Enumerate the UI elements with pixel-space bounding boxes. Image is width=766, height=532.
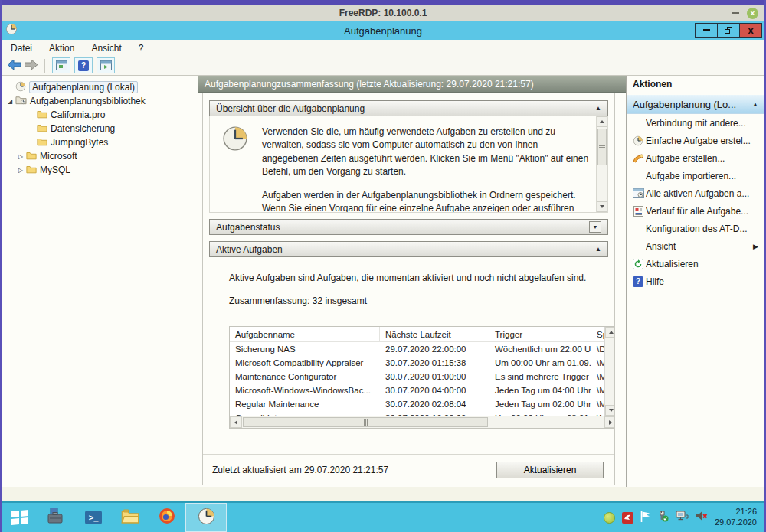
tree-folder-item[interactable]: California.pro [26, 108, 195, 122]
refresh-icon [630, 259, 646, 269]
tree-library-item[interactable]: ◢ Aufgabenplanungsbibliothek [5, 94, 195, 108]
active-tasks-section-header[interactable]: Aktive Aufgaben ▲ [209, 241, 608, 257]
table-row[interactable]: Regular Maintenance 30.07.2020 02:08:04 … [230, 397, 604, 411]
cell-next-runtime: 29.07.2020 22:00:00 [380, 342, 489, 356]
help-button[interactable]: ? [74, 57, 93, 73]
submenu-arrow-icon: ▶ [753, 243, 758, 250]
freerdp-title: FreeRDP: 10.100.0.1 [339, 8, 427, 18]
table-row[interactable]: Microsoft Compatibility Appraiser 30.07.… [230, 356, 604, 370]
table-horizontal-scrollbar[interactable] [230, 416, 615, 428]
folder-icon [37, 123, 47, 135]
status-section-header[interactable]: Aufgabenstatus ▼ [209, 219, 608, 235]
column-header-location[interactable]: Sp [591, 327, 604, 341]
library-icon [15, 95, 27, 107]
action-center-flag-icon[interactable] [640, 511, 650, 525]
overview-scrollbar[interactable] [596, 116, 607, 212]
scroll-right-icon[interactable] [604, 416, 615, 428]
action-connect-other-computer[interactable]: Verbindung mit andere... [627, 114, 764, 132]
actions-title: Aktionen [627, 76, 764, 93]
scroll-down-icon[interactable] [605, 405, 615, 416]
tree-folder-item[interactable]: ▷ Microsoft [15, 149, 195, 163]
table-row[interactable]: Maintenance Configurator 30.07.2020 01:0… [230, 370, 604, 383]
cell-trigger: Wöchentlich um 22:00 U... [489, 342, 591, 356]
action-help[interactable]: ? Hilfe [627, 273, 764, 290]
table-vertical-scrollbar[interactable] [604, 327, 615, 416]
tray-app-icon-red[interactable] [622, 512, 633, 524]
action-refresh[interactable]: Aktualisieren [627, 255, 764, 273]
menu-ansicht[interactable]: Ansicht [91, 43, 121, 54]
scroll-up-icon[interactable] [605, 327, 615, 338]
column-header-next-runtime[interactable]: Nächste Laufzeit [380, 327, 489, 341]
taskbar-clock[interactable]: 21:26 29.07.2020 [715, 507, 757, 528]
actions-group-label: Aufgabenplanung (Lo... [633, 99, 752, 110]
usb-eject-icon[interactable] [657, 511, 669, 525]
scrollbar-thumb[interactable] [243, 417, 488, 427]
forward-icon[interactable] [25, 59, 38, 73]
action-create-basic-task[interactable]: Einfache Aufgabe erstel... [627, 132, 764, 149]
table-row[interactable]: Sicherung NAS 29.07.2020 22:00:00 Wöchen… [230, 342, 604, 356]
task-scheduler-taskbar-button[interactable] [185, 503, 227, 532]
summary-header: Aufgabenplanungzusammenfassung (letzte A… [198, 76, 626, 93]
status-dropdown-button[interactable]: ▼ [589, 221, 601, 233]
tree-folder-item[interactable]: ▷ MySQL [15, 163, 195, 177]
action-display-running-tasks[interactable]: Alle aktiven Aufgaben a... [627, 184, 764, 202]
close-button[interactable]: x [739, 23, 762, 38]
powershell-button[interactable]: >_ [75, 503, 112, 532]
overview-section-header[interactable]: Übersicht über die Aufgabenplanung ▲ [209, 100, 608, 116]
actions-group-header[interactable]: Aufgabenplanung (Lo... ▲ [627, 95, 764, 114]
show-pane-button[interactable] [97, 57, 115, 73]
scroll-up-icon[interactable] [597, 116, 607, 127]
freerdp-titlebar[interactable]: FreeRDP: 10.100.0.1 × [2, 5, 764, 21]
tree-folder-item[interactable]: Datensicherung [26, 122, 195, 135]
tree-root-item[interactable]: Aufgabenplanung (Lokal) [5, 80, 195, 94]
collapse-icon[interactable]: ▲ [595, 105, 601, 112]
menu-datei[interactable]: Datei [11, 43, 32, 54]
scrollbar-thumb[interactable] [597, 129, 607, 165]
column-header-name[interactable]: Aufgabenname [230, 327, 380, 341]
scroll-down-icon[interactable] [597, 201, 607, 212]
refresh-button[interactable]: Aktualisieren [496, 462, 604, 478]
network-icon[interactable] [676, 511, 689, 524]
column-header-trigger[interactable]: Trigger [489, 327, 591, 341]
file-explorer-button[interactable] [112, 503, 149, 532]
freerdp-minimize-button[interactable] [732, 12, 739, 14]
expander-closed-icon[interactable]: ▷ [15, 167, 26, 174]
tree-library-label: Aufgabenplanungsbibliothek [30, 96, 146, 106]
volume-muted-icon[interactable] [696, 511, 708, 524]
expander-closed-icon[interactable]: ▷ [15, 153, 26, 160]
active-tasks-description: Aktive Aufgaben sind Aufgaben, die momen… [229, 273, 608, 283]
action-enable-task-history[interactable]: Verlauf für alle Aufgabe... [627, 202, 764, 220]
app-titlebar[interactable]: Aufgabenplanung x [2, 21, 764, 40]
cell-location: \M [591, 383, 604, 397]
menu-hilfe[interactable]: ? [139, 43, 144, 54]
action-at-service-configuration[interactable]: Konfiguration des AT-D... [627, 220, 764, 237]
menu-aktion[interactable]: Aktion [49, 43, 74, 54]
table-row[interactable]: Microsoft-Windows-WindowsBac... 30.07.20… [230, 383, 604, 397]
expander-open-icon[interactable]: ◢ [5, 98, 15, 105]
cell-next-runtime: 30.07.2020 01:00:00 [380, 370, 489, 383]
scroll-left-icon[interactable] [230, 416, 242, 428]
restore-button[interactable] [717, 23, 740, 38]
cell-task-name: Regular Maintenance [230, 397, 380, 411]
restore-icon [725, 27, 732, 34]
action-create-task[interactable]: Aufgabe erstellen... [627, 149, 764, 167]
collapse-icon[interactable]: ▲ [595, 246, 601, 253]
tray-globe-icon[interactable] [604, 512, 615, 524]
back-icon[interactable] [8, 59, 21, 73]
collapse-icon[interactable]: ▲ [752, 101, 758, 108]
help-icon: ? [633, 276, 643, 287]
firefox-button[interactable] [149, 503, 185, 532]
server-manager-button[interactable] [38, 503, 75, 532]
start-button[interactable] [2, 503, 38, 532]
cell-task-name: Sicherung NAS [230, 342, 380, 356]
firefox-icon [159, 508, 175, 527]
minimize-button[interactable] [695, 23, 718, 38]
console-window-button[interactable] [52, 57, 70, 73]
action-import-task[interactable]: Aufgabe importieren... [627, 167, 764, 184]
cell-task-name: Maintenance Configurator [230, 370, 380, 383]
action-view[interactable]: Ansicht ▶ [627, 237, 764, 255]
tree-folder-item[interactable]: JumpingBytes [26, 135, 195, 149]
tree-folder-label: California.pro [51, 109, 105, 120]
freerdp-close-button[interactable]: × [747, 8, 758, 19]
cell-trigger: Jeden Tag um 02:00 Uhr [489, 397, 591, 411]
